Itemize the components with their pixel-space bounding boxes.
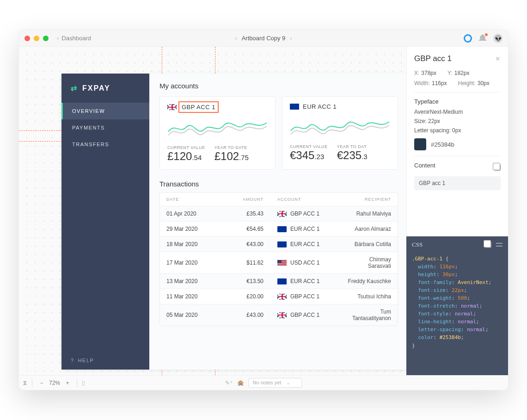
table-header: DATE AMOUNT ACCOUNT RECIPIENT <box>160 193 398 206</box>
workspace: 182px ⇄ FXPAY OVERVIEWPAYMENTSTRANSFERS … <box>19 47 508 375</box>
css-panel: CSS .GBP-acc-1 { width: 116px; height: 3… <box>406 236 508 375</box>
table-row[interactable]: 11 Mar 2020 £20.00 GBP ACC 1 Tsutsui Ich… <box>160 289 398 304</box>
inspector-panel: GBP acc 1 ✕ X:378px Y:182px Width:116px … <box>406 47 508 375</box>
settings-icon[interactable] <box>496 241 502 248</box>
flag-icon <box>277 294 287 300</box>
table-row[interactable]: 18 Mar 2020 €43.00 EUR ACC 1 Bárbara Cot… <box>160 236 398 252</box>
col-account: ACCOUNT <box>277 197 347 202</box>
titlebar: ‹ Dashboard ‹ Artboard Copy 9 › 👽 <box>19 30 508 47</box>
cell-recipient: Aaron Almaraz <box>347 226 391 232</box>
table-row[interactable]: 05 Mar 2020 £43.00 GBP ACC 1 Tum Tantasa… <box>160 304 398 326</box>
chevron-left-icon: ‹ <box>57 35 59 42</box>
artboard-name: Artboard Copy 9 <box>242 35 286 42</box>
cell-amount: £35.43 <box>222 210 277 217</box>
sidebar-item-overview[interactable]: OVERVIEW <box>61 103 149 119</box>
cell-account: GBP ACC 1 <box>277 312 347 318</box>
copy-icon[interactable] <box>494 164 501 171</box>
x-label: X: <box>414 70 419 76</box>
add-note-icon[interactable]: ✎⁺ <box>225 380 233 386</box>
table-row[interactable]: 13 Mar 2020 €13.50 EUR ACC 1 Freddy Kaus… <box>160 273 398 289</box>
current-label: CURRENT VALUE <box>167 145 205 150</box>
cell-amount: £20.00 <box>222 293 277 300</box>
close-window-button[interactable] <box>25 36 30 41</box>
footer-bar: ⧗ − 72% + ▯ ✎⁺ 🙊 No notes yet ⌄ <box>19 375 508 390</box>
breadcrumb[interactable]: ‹ Dashboard <box>57 35 91 42</box>
table-row[interactable]: 29 Mar 2020 €54.65 EUR ACC 1 Aaron Almar… <box>160 221 398 236</box>
layers-icon[interactable]: ▯ <box>82 380 85 386</box>
cell-account: GBP ACC 1 <box>277 293 347 300</box>
zoom-window-button[interactable] <box>43 36 49 41</box>
cell-account: EUR ACC 1 <box>277 241 347 247</box>
typeface-heading: Typeface <box>414 98 501 105</box>
canvas[interactable]: 182px ⇄ FXPAY OVERVIEWPAYMENTSTRANSFERS … <box>19 47 406 375</box>
notes-dropdown[interactable]: No notes yet ⌄ <box>249 378 302 388</box>
close-icon[interactable]: ✕ <box>495 55 501 62</box>
col-amount: AMOUNT <box>222 197 277 202</box>
app-window: ‹ Dashboard ‹ Artboard Copy 9 › 👽 <box>18 30 509 390</box>
account-card[interactable]: EUR ACC 1 CURRENT VALUE€345.23 YEAR TO D… <box>282 96 398 170</box>
height-label: Height: <box>458 80 476 86</box>
flag-icon <box>277 278 287 284</box>
app-logo: ⇄ FXPAY <box>61 74 149 103</box>
copy-icon[interactable] <box>485 241 491 248</box>
app-sidebar: ⇄ FXPAY OVERVIEWPAYMENTSTRANSFERS ? HELP <box>61 74 149 370</box>
cell-recipient: Tsutsui Ichiha <box>347 293 391 300</box>
notifications-button[interactable] <box>478 34 487 43</box>
content-heading: Content <box>414 162 435 169</box>
inspector-title: GBP acc 1 <box>414 54 452 63</box>
hourglass-icon[interactable]: ⧗ <box>23 379 27 387</box>
table-row[interactable]: 17 Mar 2020 $11.62 USD ACC 1 Chinmay Sar… <box>160 252 398 273</box>
artboard-switcher[interactable]: ‹ Artboard Copy 9 › <box>235 35 292 42</box>
cell-amount: €13.50 <box>222 278 277 284</box>
chevron-left-icon[interactable]: ‹ <box>235 35 237 42</box>
help-label: HELP <box>78 358 94 363</box>
account-title: GBP ACC 1 <box>180 103 217 111</box>
account-card[interactable]: GBP ACC 1 CURRENT VALUE£120.54 YEAR TO D… <box>159 96 276 170</box>
cell-amount: €43.00 <box>222 241 277 247</box>
flag-icon <box>277 241 287 247</box>
zoom-in-button[interactable]: + <box>63 378 72 388</box>
css-code[interactable]: .GBP-acc-1 { width: 116px; height: 30px;… <box>406 253 508 355</box>
minimize-window-button[interactable] <box>34 36 39 41</box>
letterspacing-value: 0px <box>452 127 461 134</box>
account-cards: GBP ACC 1 CURRENT VALUE£120.54 YEAR TO D… <box>159 96 398 170</box>
cell-recipient: Bárbara Cotilla <box>347 241 391 247</box>
zoom-out-button[interactable]: − <box>37 378 46 388</box>
color-swatch[interactable] <box>414 138 426 150</box>
loading-icon <box>464 34 472 43</box>
swap-arrows-icon: ⇄ <box>71 84 78 93</box>
user-avatar[interactable]: 👽 <box>493 34 502 43</box>
cell-account: EUR ACC 1 <box>277 226 347 232</box>
chevron-down-icon: ⌄ <box>286 380 290 385</box>
cell-account: GBP ACC 1 <box>277 210 347 217</box>
app-main: My accounts GBP ACC 1 CURRENT VALUE£120.… <box>149 74 406 370</box>
cell-date: 18 Mar 2020 <box>166 241 222 247</box>
cell-date: 13 Mar 2020 <box>166 278 222 284</box>
accounts-heading: My accounts <box>159 82 398 90</box>
flag-icon <box>277 260 287 266</box>
current-value: €345.23 <box>290 149 328 162</box>
sidebar-item-payments[interactable]: PAYMENTS <box>61 119 149 136</box>
transactions-table: DATE AMOUNT ACCOUNT RECIPIENT 01 Apr 202… <box>159 192 398 326</box>
traffic-lights <box>25 36 49 41</box>
ytd-label: YEAR TO DAT <box>337 144 368 149</box>
content-value[interactable]: GBP acc 1 <box>414 176 501 190</box>
cell-date: 05 Mar 2020 <box>166 312 222 318</box>
y-value: 182px <box>454 70 470 76</box>
sidebar-item-transfers[interactable]: TRANSFERS <box>61 136 149 153</box>
letterspacing-label: Letter spacing: <box>414 127 451 134</box>
cell-date: 01 Apr 2020 <box>166 210 222 217</box>
chevron-right-icon[interactable]: › <box>290 35 292 42</box>
zoom-control: − 72% + <box>37 378 72 388</box>
help-link[interactable]: ? HELP <box>61 351 149 370</box>
monkey-icon[interactable]: 🙊 <box>237 380 244 386</box>
help-icon: ? <box>71 358 74 363</box>
artboard[interactable]: ⇄ FXPAY OVERVIEWPAYMENTSTRANSFERS ? HELP… <box>61 74 406 370</box>
flag-icon <box>290 104 299 110</box>
sparkline <box>165 114 270 141</box>
transactions-heading: Transactions <box>159 180 398 188</box>
width-value: 116px <box>432 80 447 86</box>
cell-amount: £43.00 <box>222 312 277 318</box>
account-title: EUR ACC 1 <box>303 103 337 110</box>
table-row[interactable]: 01 Apr 2020 £35.43 GBP ACC 1 Rahul Malvi… <box>160 206 398 221</box>
